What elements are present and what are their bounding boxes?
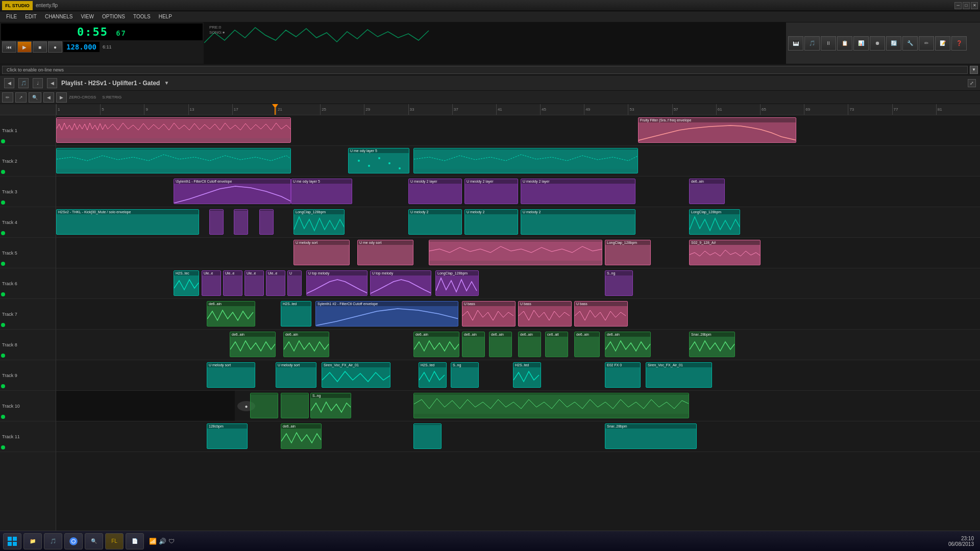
minimize-button[interactable]: ─ [954,2,962,9]
clip-track6-h2stec[interactable]: H2S..tec [174,270,199,296]
clip-track3-sylenth[interactable]: \Sylenth1 - FilterCtl Cutoff envelope [174,179,291,204]
scroll-right-btn[interactable]: ▶ [56,92,67,103]
clip-track3-deain[interactable]: de6..ain [689,179,725,204]
scroll-left-btn[interactable]: ◀ [43,92,54,103]
clip-track4-a3[interactable] [259,209,274,235]
clip-track11-snar[interactable]: Snar..28bpm [605,423,697,449]
clip-track10-sng[interactable] [250,393,278,418]
clip-track9-h2sted[interactable]: H2S..ted [419,362,447,388]
playlist-icon-btn[interactable]: 🎵 [18,78,29,88]
menu-item-tools[interactable]: TOOLS [129,13,155,20]
clip-track10-2[interactable] [281,393,309,418]
clip-track9-melodysort2[interactable]: U melody sort [276,362,316,388]
explorer-button[interactable]: 📁 [23,533,42,549]
clip-track7-ubass3[interactable]: U bass [574,301,628,327]
clip-track6-ule2[interactable]: Ule..e [223,270,242,296]
clip-track6-topmelody1[interactable]: U top melody [306,270,368,296]
toolbar-icon-4[interactable]: 📋 [837,36,852,51]
clip-track8-4[interactable]: de6..ain [462,332,485,357]
clip-track11-deain[interactable]: de6..ain [281,423,322,449]
playlist-dropdown[interactable]: ▼ [164,80,169,86]
search-button[interactable]: 🔍 [85,533,103,549]
clip-track8-snar[interactable]: Snar..28bpm [689,332,735,357]
clip-track3-melody2c[interactable]: U meoldy 2 layer [521,179,635,204]
clip-track6-u[interactable]: U [287,270,302,296]
clip-track5-long[interactable] [429,240,602,265]
clip-track6-ule3[interactable]: Ule..e [244,270,264,296]
clip-track9-melodysort1[interactable]: U melody sort [207,362,255,388]
zoom-tool[interactable]: 🔍 [29,92,41,103]
clip-track3-melody2a[interactable]: U meoldy 2 layer [408,179,462,204]
clip-track6-sng[interactable]: S..ng [605,270,633,296]
news-dropdown[interactable]: ▼ [970,66,978,74]
volume-tray-icon[interactable]: 🔊 [159,538,166,545]
menu-item-file[interactable]: FILE [2,13,21,20]
fl-taskbar-button[interactable]: FL [105,533,124,549]
clip-track1-1[interactable] [56,117,291,143]
clip-track8-1[interactable]: de6..ain [230,332,276,357]
clip-track4-a1[interactable] [209,209,224,235]
clip-track7-sylenth2[interactable]: Sylenth1 #2 - FilterCtl Cutoff envelope [315,301,458,327]
playlist-resize-btn[interactable]: ⤢ [968,79,976,87]
maximize-button[interactable]: □ [963,2,970,9]
clip-track8-9[interactable]: de6..ain [605,332,651,357]
chrome-button[interactable] [64,533,83,549]
clip-track4-a2[interactable] [234,209,248,235]
clip-track5-melodysort2[interactable]: U me ody sort [357,240,413,265]
draw-tool[interactable]: ✏ [2,92,13,103]
menu-item-help[interactable]: HELP [155,13,176,20]
toolbar-icon-6[interactable]: ⏺ [870,36,885,51]
clip-track6-ule1[interactable]: Ule..e [202,270,221,296]
clip-track11-3[interactable] [413,423,442,449]
record-button[interactable]: ● [48,41,62,53]
play-button[interactable]: ▶ [17,41,32,53]
clip-track7-ubass1[interactable]: U bass [462,301,516,327]
playlist-note-btn[interactable]: ♩ [33,78,43,88]
media-button[interactable]: 🎵 [44,533,62,549]
clip-track4-h2sv2[interactable]: H2Sv2 - THKL - Kick[00_Mute / solo envel… [56,209,199,235]
playlist-arrow-btn[interactable]: ◀ [47,78,57,88]
skip-back-button[interactable]: ⏮ [2,41,16,53]
clip-track4-melody2b[interactable]: U melody 2 [464,209,518,235]
clip-track7-h2sted[interactable]: H2S..ted [281,301,311,327]
select-tool[interactable]: ↗ [15,92,27,103]
clip-track6-topmelody2[interactable]: U top melody [370,270,431,296]
clip-track7-deain[interactable]: de6..ain [207,301,255,327]
menu-item-edit[interactable]: EDIT [21,13,41,20]
toolbar-icon-3[interactable]: ⏸ [821,36,836,51]
toolbar-icon-10[interactable]: 📝 [935,36,950,51]
toolbar-icon-9[interactable]: ✏ [919,36,934,51]
clip-track1-fruity-filter[interactable]: Fruity Filter (Sra..f freq envelope [638,117,796,143]
clip-track9-siren[interactable]: Siren_Voc_FX_Air_01 [322,362,390,388]
clip-track8-6[interactable]: de6..ain [518,332,541,357]
clip-track6-longclap[interactable]: LongClap_128bpm [435,270,479,296]
clip-track2-long[interactable] [413,148,638,173]
toolbar-icon-5[interactable]: 📊 [853,36,869,51]
clip-track5-melodysort1[interactable]: U melody sort [293,240,350,265]
clip-track9-siren2[interactable]: Siren_Voc_FX_Air_01 [646,362,712,388]
clip-track3-melody5[interactable]: U me ody layer 5 [291,179,352,204]
menu-item-options[interactable]: OPTIONS [98,13,129,20]
start-button[interactable] [3,533,21,549]
clip-track9-e02[interactable]: E02 FX 0 [605,362,641,388]
clip-track8-3[interactable]: de6..ain [413,332,459,357]
clip-track10-3[interactable]: S..ng [310,393,351,418]
clip-track2-melody5[interactable]: U me ody layer 5 [348,148,409,173]
file-button[interactable]: 📄 [126,533,144,549]
menu-item-view[interactable]: VIEW [77,13,98,20]
toolbar-icon-2[interactable]: 🎵 [804,36,820,51]
clip-track2-1[interactable] [56,148,291,173]
clip-track8-5[interactable]: de6..ain [489,332,512,357]
clip-track4-melody2a[interactable]: U melody 2 [408,209,462,235]
clip-track8-2[interactable]: de6..ain [283,332,329,357]
toolbar-icon-1[interactable]: 🎹 [788,36,803,51]
clip-track8-7[interactable]: ce6..ait [545,332,568,357]
clip-track4-longclap[interactable]: LongClap_128bpm [293,209,345,235]
close-button[interactable]: ✕ [971,2,978,9]
clip-track5-s02[interactable]: S02_9_128_A# [689,240,761,265]
clip-track5-longclap[interactable]: LongClap_128bpm [605,240,651,265]
clip-track8-8[interactable]: de6..ain [574,332,600,357]
menu-item-channels[interactable]: CHANNELS [41,13,77,20]
toolbar-icon-11[interactable]: ❓ [951,36,967,51]
toolbar-icon-7[interactable]: 🔄 [886,36,901,51]
